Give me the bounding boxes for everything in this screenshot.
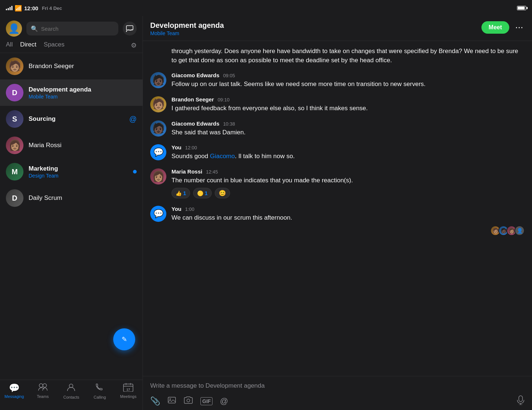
chat-panel: Development agenda Mobile Team Meet ⋯ th… [143, 16, 532, 410]
conv-avatar-dev-agenda: D [6, 84, 23, 101]
signal-bars [6, 6, 12, 10]
meet-button[interactable]: Meet [481, 21, 509, 34]
msg-time-3: 12:00 [185, 145, 197, 150]
conv-item-maria[interactable]: 👩🏽 Maria Rossi [0, 132, 143, 159]
status-left: 📶 12:00 Fri 4 Dec [6, 5, 62, 12]
msg-avatar-maria-1: 👩🏽 [150, 168, 166, 184]
msg-sender-0: Giacomo Edwards [171, 72, 219, 78]
image-icon[interactable] [167, 396, 176, 407]
teams-icon [38, 383, 48, 393]
svg-point-1 [126, 31, 127, 32]
filter-tabs: All Direct Spaces ⚙ [0, 40, 143, 53]
search-icon: 🔍 [31, 25, 38, 32]
msg-header-1: Brandon Seeger 09:10 [171, 96, 525, 102]
sourcing-at-badge: @ [129, 115, 137, 123]
mention-icon[interactable]: @ [220, 396, 228, 406]
msg-header-5: You 1:00 [171, 206, 525, 212]
msg-header-2: Giacomo Edwards 10:38 [171, 120, 525, 127]
conv-info-marketing: Marketing Design Team [29, 165, 133, 179]
conv-info-sourcing: Sourcing [29, 115, 129, 123]
conv-name-maria: Maria Rossi [29, 142, 137, 149]
input-placeholder[interactable]: Write a message to Development agenda [150, 381, 525, 391]
search-input[interactable] [41, 26, 114, 32]
msg-avatar-giacomo-1: 🧑🏿 [150, 72, 166, 88]
conv-info-maria: Maria Rossi [29, 142, 137, 149]
reaction-thumbsup[interactable]: 👍 1 [171, 188, 190, 198]
conv-name-marketing: Marketing [29, 165, 133, 172]
nav-item-calling[interactable]: Calling [85, 383, 114, 399]
meetings-label: Meetings [120, 394, 137, 399]
conv-subtitle-dev-agenda: Mobile Team [29, 94, 137, 100]
msg-group-4: 👩🏽 Maria Rossi 12:45 The number count in… [150, 168, 525, 199]
msg-sender-4: Maria Rossi [171, 168, 202, 175]
reaction-smiley[interactable]: 😊 [215, 188, 230, 198]
msg-text-1: I gathered feedback from everyone else a… [171, 104, 525, 113]
svg-rect-12 [519, 396, 522, 402]
filter-icon[interactable]: ⚙ [131, 41, 137, 49]
nav-item-messaging[interactable]: 💬 Messaging [0, 383, 29, 399]
search-bar[interactable]: 🔍 [26, 22, 118, 36]
conv-item-sourcing[interactable]: S Sourcing @ [0, 106, 143, 132]
tab-direct[interactable]: Direct [20, 41, 36, 50]
conv-avatar-daily-scrum: D [6, 189, 23, 207]
attachment-icon[interactable]: 📎 [150, 396, 160, 406]
tab-spaces[interactable]: Spaces [44, 41, 64, 50]
calling-label: Calling [93, 395, 106, 399]
msg-group-2: 🧑🏿 Giacomo Edwards 10:38 She said that w… [150, 120, 525, 137]
user-avatar[interactable]: 👤 [6, 20, 22, 37]
conv-avatar-letter-daily: D [12, 194, 17, 202]
svg-point-5 [43, 384, 47, 387]
cast-button[interactable] [123, 22, 137, 36]
svg-text:17: 17 [126, 388, 130, 391]
msg-content-scrolled: through yesterday. Does anyone here have… [171, 47, 525, 65]
signal-bar-3 [10, 7, 11, 10]
msg-content-3: You 12:00 Sounds good Giacomo. Il talk t… [171, 144, 525, 161]
msg-header-3: You 12:00 [171, 144, 525, 150]
conv-item-marketing[interactable]: M Marketing Design Team [0, 159, 143, 185]
read-by-avatars: 🧑🏽 🧑🏿 👩🏽 👤 [171, 225, 525, 236]
mention-giacomo: Giacomo [210, 153, 235, 160]
conv-avatar-brandon: 🧑🏽 [6, 57, 23, 75]
conv-avatar-letter-marketing: M [12, 168, 18, 176]
msg-group-5: 💬 You 1:00 We can discuss in our scrum t… [150, 206, 525, 236]
svg-point-4 [39, 384, 43, 387]
gif-icon[interactable]: GIF [200, 397, 213, 405]
conv-avatar-marketing: M [6, 163, 23, 180]
conv-item-dev-agenda[interactable]: D Development agenda Mobile Team [0, 79, 143, 106]
msg-sender-3: You [171, 144, 181, 150]
new-chat-fab[interactable]: ✎ [113, 328, 135, 350]
status-right [517, 6, 526, 10]
msg-text-2: She said that was Damien. [171, 128, 525, 137]
app-container: 👤 🔍 All Direct Spaces ⚙ [0, 16, 532, 410]
conv-name-dev-agenda: Development agenda [29, 86, 137, 93]
status-bar: 📶 12:00 Fri 4 Dec [0, 0, 532, 16]
battery-fill [518, 7, 525, 10]
msg-content-4: Maria Rossi 12:45 The number count in bl… [171, 168, 525, 199]
nav-item-meetings[interactable]: 17 Meetings [114, 383, 143, 399]
svg-point-11 [187, 399, 190, 402]
teams-label: Teams [37, 394, 48, 399]
msg-text-3: Sounds good Giacomo. Il talk to him now … [171, 152, 525, 161]
tab-all[interactable]: All [6, 41, 13, 50]
conv-name-sourcing: Sourcing [29, 115, 129, 123]
messages-container: through yesterday. Does anyone here have… [143, 41, 532, 376]
msg-avatar-you-1: 💬 [150, 144, 166, 160]
conv-avatar-sourcing: S [6, 110, 23, 128]
nav-item-teams[interactable]: Teams [29, 383, 57, 399]
microphone-icon[interactable] [517, 395, 525, 407]
msg-avatar-giacomo-2: 🧑🏿 [150, 120, 166, 137]
conv-item-daily-scrum[interactable]: D Daily Scrum [0, 185, 143, 211]
nav-item-contacts[interactable]: Contacts [57, 383, 86, 399]
msg-time-0: 09:05 [223, 73, 235, 78]
msg-time-2: 10:38 [223, 121, 235, 127]
msg-sender-2: Giacomo Edwards [171, 120, 219, 127]
wifi-icon: 📶 [15, 5, 22, 12]
conv-avatar-letter-sourcing: S [12, 115, 17, 123]
reaction-yellow[interactable]: 🟡 1 [193, 188, 212, 198]
more-options-button[interactable]: ⋯ [514, 21, 525, 34]
sidebar-content: 🧑🏽 Brandon Seeger D Development agenda M… [0, 53, 143, 380]
conv-item-brandon[interactable]: 🧑🏽 Brandon Seeger [0, 53, 143, 79]
messaging-icon: 💬 [9, 383, 20, 393]
camera-icon[interactable] [184, 396, 193, 406]
conv-name-daily-scrum: Daily Scrum [29, 194, 137, 202]
